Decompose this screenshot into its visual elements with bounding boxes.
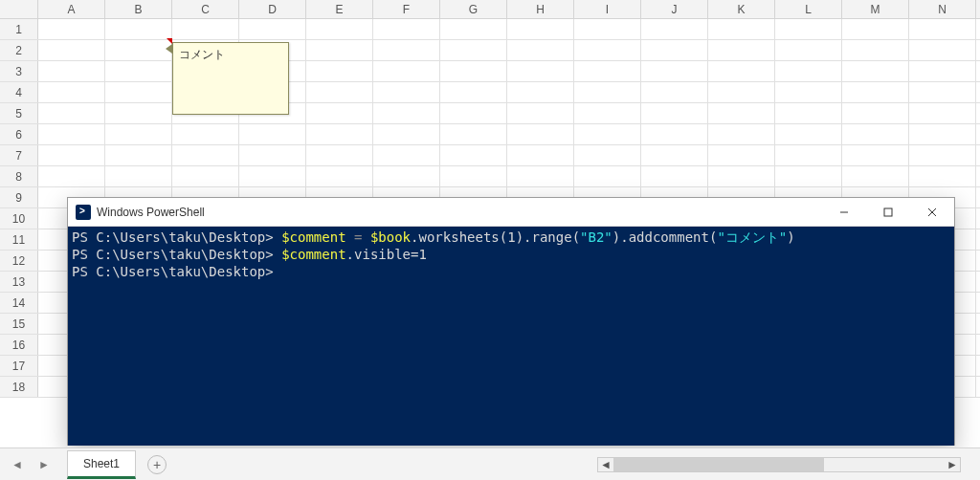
cell[interactable] [105, 40, 172, 61]
cell[interactable] [239, 19, 306, 40]
cell[interactable] [775, 40, 842, 61]
powershell-body[interactable]: PS C:\Users\taku\Desktop> $comment = $bo… [68, 227, 954, 446]
row-header[interactable]: 17 [0, 356, 38, 376]
powershell-window[interactable]: Windows PowerShell PS C:\Users\taku\Desk… [67, 197, 955, 446]
row-header[interactable]: 4 [0, 82, 38, 102]
row-header[interactable]: 5 [0, 103, 38, 123]
cell[interactable] [373, 40, 440, 61]
cell[interactable] [909, 103, 976, 124]
cell[interactable] [38, 61, 105, 82]
cell[interactable] [38, 40, 105, 61]
column-header[interactable]: G [440, 0, 507, 18]
cell[interactable] [708, 19, 775, 40]
column-header[interactable]: A [38, 0, 105, 18]
cell[interactable] [842, 166, 909, 187]
cell[interactable] [775, 19, 842, 40]
cell[interactable] [708, 145, 775, 166]
row-header[interactable]: 9 [0, 187, 38, 207]
cell[interactable] [775, 145, 842, 166]
cell[interactable] [708, 103, 775, 124]
column-header[interactable]: D [239, 0, 306, 18]
cell[interactable] [373, 19, 440, 40]
row-header[interactable]: 13 [0, 272, 38, 292]
column-header[interactable]: I [574, 0, 641, 18]
row-header[interactable]: 12 [0, 251, 38, 271]
row-header[interactable]: 1 [0, 19, 38, 39]
column-header[interactable]: K [708, 0, 775, 18]
cell[interactable] [38, 124, 105, 145]
cell[interactable] [909, 166, 976, 187]
cell[interactable] [574, 19, 641, 40]
column-header[interactable]: F [373, 0, 440, 18]
cell[interactable] [574, 61, 641, 82]
close-button[interactable] [910, 198, 954, 227]
cell[interactable] [373, 145, 440, 166]
scroll-left-icon[interactable]: ◄ [598, 458, 613, 471]
comment-box[interactable]: コメント [172, 42, 289, 115]
column-header[interactable]: C [172, 0, 239, 18]
cell[interactable] [507, 124, 574, 145]
cell[interactable] [641, 40, 708, 61]
cell[interactable] [708, 61, 775, 82]
column-header[interactable]: E [306, 0, 373, 18]
cell[interactable] [641, 82, 708, 103]
tab-nav-next[interactable]: ► [34, 455, 54, 474]
row-header[interactable]: 10 [0, 208, 38, 229]
row-header[interactable]: 6 [0, 124, 38, 144]
cell[interactable] [38, 19, 105, 40]
cell[interactable] [507, 61, 574, 82]
cell[interactable] [373, 82, 440, 103]
cell[interactable] [306, 103, 373, 124]
column-header[interactable]: B [105, 0, 172, 18]
cell[interactable] [373, 103, 440, 124]
cell[interactable] [708, 82, 775, 103]
cell[interactable] [775, 166, 842, 187]
column-header[interactable]: M [842, 0, 909, 18]
maximize-button[interactable] [866, 198, 910, 227]
cell[interactable] [440, 124, 507, 145]
cell[interactable] [507, 40, 574, 61]
row-header[interactable]: 18 [0, 377, 38, 397]
row-header[interactable]: 16 [0, 335, 38, 355]
cell[interactable] [306, 166, 373, 187]
cell[interactable] [306, 61, 373, 82]
cell[interactable] [507, 103, 574, 124]
cell[interactable] [105, 145, 172, 166]
cell[interactable] [440, 103, 507, 124]
cell[interactable] [574, 124, 641, 145]
cell[interactable] [909, 124, 976, 145]
cell[interactable] [507, 19, 574, 40]
cell[interactable] [239, 124, 306, 145]
cell[interactable] [708, 40, 775, 61]
cell[interactable] [38, 166, 105, 187]
horizontal-scrollbar[interactable]: ◄ ► [597, 457, 961, 472]
column-header[interactable]: H [507, 0, 574, 18]
tab-nav-prev[interactable]: ◄ [8, 455, 27, 474]
cell[interactable] [507, 166, 574, 187]
cell[interactable] [842, 145, 909, 166]
cell[interactable] [641, 61, 708, 82]
cell[interactable] [574, 82, 641, 103]
cell[interactable] [440, 19, 507, 40]
cell[interactable] [440, 61, 507, 82]
cell[interactable] [38, 103, 105, 124]
cell[interactable] [172, 166, 239, 187]
cell[interactable] [306, 145, 373, 166]
cell[interactable] [909, 40, 976, 61]
cell[interactable] [440, 166, 507, 187]
scroll-right-icon[interactable]: ► [945, 458, 960, 471]
cell[interactable] [775, 124, 842, 145]
row-header[interactable]: 7 [0, 145, 38, 165]
cell[interactable] [306, 82, 373, 103]
new-sheet-button[interactable]: + [147, 455, 167, 474]
cell[interactable] [172, 145, 239, 166]
cell[interactable] [842, 103, 909, 124]
cell[interactable] [105, 124, 172, 145]
column-header[interactable]: J [641, 0, 708, 18]
cell[interactable] [574, 166, 641, 187]
cell[interactable] [507, 82, 574, 103]
select-all-corner[interactable] [0, 0, 38, 18]
cell[interactable] [574, 103, 641, 124]
cell[interactable] [440, 145, 507, 166]
sheet-tab-active[interactable]: Sheet1 [67, 450, 136, 479]
